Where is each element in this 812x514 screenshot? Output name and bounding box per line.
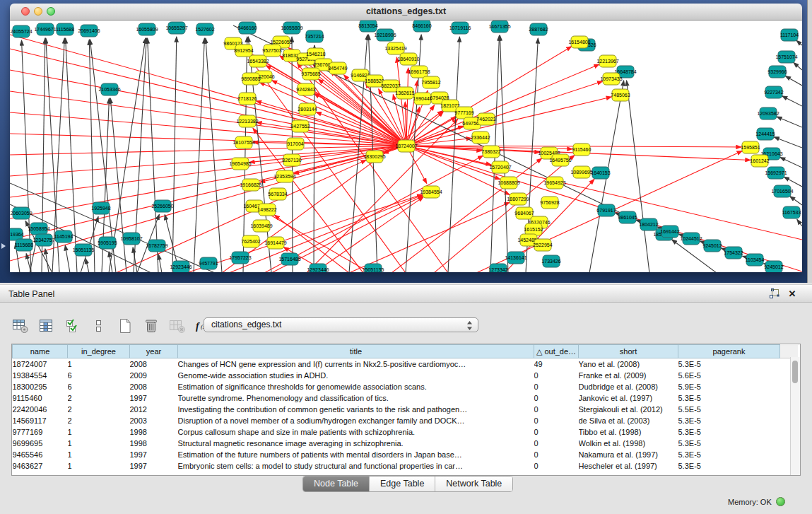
table-cell[interactable]: 5.5E-5 — [678, 404, 780, 415]
memory-status-indicator[interactable] — [776, 497, 785, 506]
graph-node[interactable]: 8912954 — [234, 45, 253, 57]
table-row[interactable]: 946554611997Estimation of the future num… — [13, 449, 799, 460]
graph-node[interactable]: 15720407 — [489, 161, 511, 173]
graph-node[interactable]: 16961758 — [408, 66, 430, 78]
select-all-button[interactable] — [64, 317, 82, 334]
column-header[interactable]: title — [178, 345, 534, 358]
graph-node[interactable]: 6791917 — [596, 204, 616, 216]
table-cell[interactable]: 0 — [534, 381, 579, 392]
network-view[interactable]: 2405572417449671111568820691406160558091… — [10, 21, 802, 272]
graph-node[interactable]: 8466160 — [412, 21, 431, 32]
table-cell[interactable]: 0 — [534, 460, 579, 472]
graph-canvas[interactable]: 2405572417449671111568820691406160558091… — [10, 21, 802, 272]
table-cell[interactable]: 0 — [534, 415, 579, 426]
graph-node[interactable]: 19654923 — [543, 177, 565, 189]
table-cell[interactable]: 6 — [68, 381, 130, 392]
table-cell[interactable]: 1998 — [130, 426, 178, 438]
column-header[interactable]: name — [13, 345, 68, 358]
graph-node[interactable]: 20691406 — [78, 25, 100, 37]
graph-edge[interactable] — [158, 255, 162, 272]
graph-node[interactable]: 1117104 — [780, 29, 799, 41]
graph-node[interactable]: 18107554 — [233, 136, 254, 148]
graph-edge[interactable] — [10, 49, 406, 146]
close-window-button[interactable] — [21, 7, 30, 16]
graph-node[interactable]: 17449671 — [34, 23, 56, 35]
table-cell[interactable]: Nakamura et al. (1997) — [579, 449, 678, 460]
graph-node[interactable]: 2336442 — [471, 132, 490, 144]
table-cell[interactable]: 2008 — [130, 381, 178, 392]
table-cell[interactable]: Hescheler et al. (1997) — [579, 460, 678, 472]
graph-edge[interactable] — [10, 134, 406, 146]
graph-edge[interactable] — [187, 194, 423, 272]
new-column-button[interactable] — [116, 317, 134, 334]
graph-node[interactable]: 17016504 — [771, 185, 793, 197]
table-cell[interactable]: Corpus callosum shape and size in male p… — [178, 426, 534, 438]
graph-node[interactable]: 12353594 — [273, 170, 295, 182]
graph-node[interactable]: 1244415 — [755, 128, 775, 140]
graph-node[interactable]: 8466160 — [237, 22, 257, 34]
graph-node[interactable]: 9245012 — [702, 240, 722, 252]
graph-edge[interactable] — [627, 81, 649, 272]
table-row[interactable]: 1456911722003Disruption of a novel membe… — [13, 415, 799, 426]
graph-node[interactable]: 18300295 — [363, 151, 385, 163]
graph-node[interactable]: 12093582 — [757, 107, 779, 119]
table-cell[interactable]: Dudbridge et al. (2008) — [579, 381, 678, 392]
graph-edge[interactable] — [790, 197, 802, 205]
delete-columns-button[interactable] — [142, 317, 160, 334]
graph-edge[interactable] — [22, 40, 31, 272]
graph-node[interactable]: 3919364 — [10, 228, 24, 240]
table-cell[interactable]: 18300295 — [13, 381, 68, 392]
table-cell[interactable]: Tourette syndrome. Phenomenology and cla… — [178, 392, 534, 404]
table-cell[interactable]: 0 — [534, 392, 579, 404]
graph-node[interactable]: 19218906 — [374, 29, 396, 41]
table-row[interactable]: 977716911998Corpus callosum shape and si… — [13, 426, 799, 438]
graph-node[interactable]: 9527503 — [262, 45, 281, 57]
graph-node[interactable]: 1925948 — [91, 202, 110, 214]
table-row[interactable]: 969969511998Structural magnetic resonanc… — [13, 438, 799, 449]
tab-node-table[interactable]: Node Table — [303, 477, 370, 491]
table-cell[interactable]: Wolkin et al. (1998) — [579, 438, 678, 449]
table-cell[interactable]: Embryonic stem cells: a model to study s… — [178, 460, 534, 472]
graph-node[interactable]: 13325419 — [384, 42, 406, 54]
panel-collapse-handle[interactable] — [1, 243, 6, 249]
window-titlebar[interactable]: citations_edges.txt — [10, 4, 802, 21]
graph-edge[interactable] — [780, 157, 802, 168]
table-cell[interactable]: 2008 — [130, 358, 178, 370]
graph-node[interactable]: 24055724 — [10, 25, 32, 37]
graph-edge[interactable] — [797, 219, 802, 226]
clear-selection-button[interactable] — [90, 317, 108, 334]
graph-node[interactable]: 14671355 — [488, 21, 510, 33]
graph-edge[interactable] — [796, 40, 802, 45]
graph-edge[interactable] — [314, 93, 406, 146]
table-row[interactable]: 1872400712008Changes of HCN gene express… — [13, 358, 799, 370]
table-cell[interactable]: Franke et al. (2009) — [579, 370, 678, 381]
graph-node[interactable]: 20603059 — [10, 207, 32, 219]
table-cell[interactable]: 5.3E-5 — [678, 438, 780, 449]
table-cell[interactable]: 2 — [68, 392, 130, 404]
graph-node[interactable]: 1691442 — [660, 226, 679, 238]
graph-node[interactable]: 15058954 — [28, 223, 49, 235]
graph-node[interactable]: 8454749 — [328, 62, 347, 74]
table-cell[interactable]: Jankovic et al. (1997) — [579, 392, 678, 404]
graph-node[interactable]: 7625402 — [241, 235, 260, 247]
column-header[interactable]: pagerank — [678, 345, 780, 358]
graph-edge[interactable] — [148, 38, 158, 272]
graph-node[interactable]: 10899695 — [570, 166, 592, 178]
graph-edge[interactable] — [406, 81, 603, 146]
graph-edge[interactable] — [349, 202, 510, 272]
graph-node[interactable]: 16495756 — [549, 154, 571, 166]
node-table[interactable]: namein_degreeyeartitle△ out_de…shortpage… — [11, 344, 801, 476]
graph-node[interactable]: 10958107 — [120, 233, 142, 245]
graph-edge[interactable] — [500, 35, 508, 272]
table-row[interactable]: 2242004622012Investigating the contribut… — [13, 404, 799, 415]
graph-node[interactable]: 9890885 — [241, 73, 260, 85]
tab-edge-table[interactable]: Edge Table — [370, 477, 435, 491]
close-panel-icon[interactable]: ✕ — [786, 288, 799, 300]
graph-node[interactable]: 9777169 — [454, 107, 473, 119]
graph-edge[interactable] — [86, 259, 89, 272]
graph-node[interactable]: 7485063 — [611, 89, 630, 101]
graph-node[interactable]: 16543382 — [247, 55, 269, 67]
graph-node[interactable]: 15692971 — [765, 167, 787, 179]
graph-node[interactable]: 15051135 — [73, 244, 95, 256]
graph-node[interactable]: 9329966 — [767, 66, 787, 78]
